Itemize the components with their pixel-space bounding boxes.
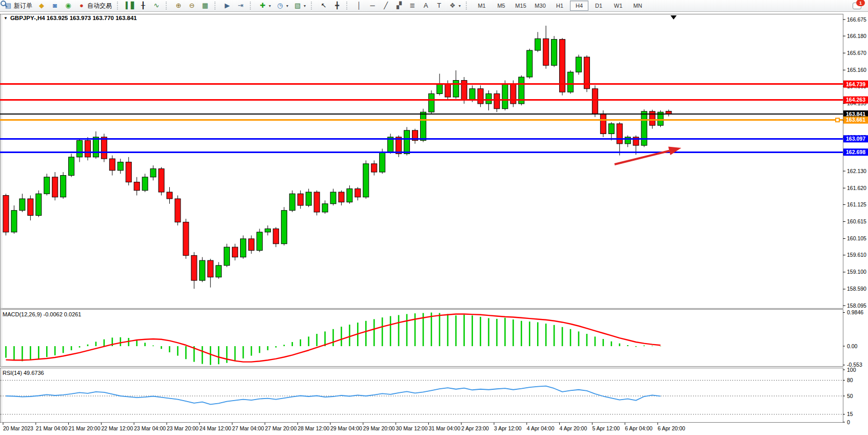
candle (36, 194, 42, 215)
price-chart-svg[interactable]: 166.675166.180165.670165.160164.665164.1… (0, 11, 868, 435)
channel-tool-button[interactable]: ▞ (392, 0, 406, 11)
channel-icon: ▞ (395, 2, 403, 10)
candle (85, 140, 91, 157)
candle (330, 192, 336, 204)
candle (52, 177, 58, 197)
toolbar-group: ✚▾◷▾▧▾ (254, 0, 310, 11)
candle (224, 247, 230, 266)
candle (592, 89, 598, 114)
candle (437, 84, 442, 93)
toolbar-separator (466, 2, 469, 10)
chevron-down-icon[interactable]: ▾ (286, 4, 288, 8)
auto-scroll-button[interactable]: ▶ (221, 0, 234, 11)
horizontal-line-tool-button[interactable]: ─ (366, 0, 379, 11)
alert-icon: ◆ (37, 2, 46, 10)
cursor-icon: ↖ (320, 2, 328, 10)
x-axis-label: 21 Mar 04:00 (36, 425, 68, 431)
timeframe-m30[interactable]: M30 (531, 1, 549, 11)
timeframe-w1[interactable]: W1 (609, 1, 627, 11)
notification-badge: 1 (856, 0, 865, 6)
price-tick-label: 165.160 (847, 67, 866, 73)
rsi-tick-label: 80 (847, 377, 853, 383)
timeframe-m5[interactable]: M5 (492, 1, 510, 11)
x-axis-label: 31 Mar 04:00 (428, 425, 460, 431)
candle (478, 89, 483, 104)
chart-window[interactable]: 166.675166.180165.670165.160164.665164.1… (0, 11, 868, 435)
chevron-down-icon[interactable]: ▾ (304, 4, 306, 8)
clock-icon: ◷ (276, 2, 284, 10)
price-tick-label: 161.620 (847, 185, 866, 191)
bar-chart-icon: ▍▋ (126, 2, 134, 10)
arrows-tool-button[interactable]: ❖▾ (446, 0, 463, 11)
toolbar-group: ▍▋╂∿ (122, 0, 165, 11)
line-chart-mode-button[interactable]: ∿ (150, 0, 163, 11)
signals-button[interactable]: ◉ (62, 0, 75, 11)
zoom-out-button[interactable]: ⊖ (185, 0, 199, 11)
candle (535, 39, 541, 50)
candle (117, 162, 123, 171)
candle (543, 39, 549, 65)
autotrade-button[interactable]: ●自动交易 (75, 0, 114, 11)
candle (150, 169, 156, 177)
label-tool-button[interactable]: T (432, 0, 446, 11)
chart-shift-button[interactable]: ⇥ (234, 0, 247, 11)
macd-tick-label: 0.00 (847, 343, 858, 349)
toolbar-group: ▤新订单◆◙◉●自动交易 (0, 0, 116, 11)
timeframe-h1[interactable]: H1 (550, 1, 569, 11)
candle (241, 239, 246, 257)
toolbar-group: ▶⇥ (219, 0, 249, 11)
candle (347, 189, 352, 202)
periods-button[interactable]: ◷▾ (273, 0, 291, 11)
annotation-arrow-line[interactable] (615, 151, 669, 164)
bar-chart-mode-button[interactable]: ▍▋ (123, 0, 136, 11)
timeframe-mn[interactable]: MN (628, 1, 647, 11)
candle (380, 152, 385, 172)
timeframe-h4[interactable]: H4 (570, 1, 588, 11)
toolbar-separator (250, 2, 253, 10)
x-axis-label: 6 Apr 20:00 (658, 425, 685, 431)
macd-tick-label: 0.9846 (847, 309, 863, 315)
annotation-arrow-head[interactable] (668, 146, 681, 155)
x-axis-label: 2 Apr 23:00 (461, 425, 489, 431)
rsi-tick-label: 50 (847, 393, 853, 399)
price-badge-label: 163.841 (846, 111, 865, 117)
chevron-down-icon[interactable]: ▾ (269, 4, 271, 8)
cursor-tool-button[interactable]: ↖ (317, 0, 330, 11)
vertical-line-tool-button[interactable]: │ (352, 0, 366, 11)
toolbar-separator (117, 2, 121, 10)
text-tool-button[interactable]: A (419, 0, 432, 11)
auto-scroll-icon: ▶ (223, 2, 231, 10)
timeframe-d1[interactable]: D1 (589, 1, 608, 11)
level-end-marker[interactable] (836, 118, 839, 122)
candlestick-mode-button[interactable]: ╂ (136, 0, 150, 11)
zoom-in-button[interactable]: ⊕ (172, 0, 185, 11)
candle (608, 124, 614, 134)
add-indicator-icon: ✚ (259, 2, 267, 10)
price-tick-label: 165.670 (847, 50, 866, 56)
candle (44, 177, 50, 194)
zoom-in-icon: ⊕ (174, 2, 183, 10)
toolbar-group: │─╱▞≣AT❖▾ (351, 0, 465, 11)
candle (77, 140, 83, 157)
trendline-tool-button[interactable]: ╱ (379, 0, 392, 11)
community-button[interactable]: ◙ (48, 0, 62, 11)
notifications-button[interactable]: 1 (853, 1, 863, 10)
vertical-line-icon: │ (355, 2, 363, 10)
x-axis-label: 22 Mar 12:00 (101, 425, 133, 431)
price-alert-button[interactable]: ◆ (35, 0, 48, 11)
timeframe-toolbar: M1M5M15M30H1H4D1W1MN (470, 0, 649, 11)
bar-shift-marker-icon[interactable] (670, 15, 677, 20)
crosshair-tool-button[interactable]: ╋ (330, 0, 344, 11)
indicators-button[interactable]: ✚▾ (256, 0, 273, 11)
timeframe-m15[interactable]: M15 (511, 1, 530, 11)
candle (257, 232, 262, 251)
chevron-down-icon[interactable]: ▾ (459, 4, 461, 8)
timeframe-m1[interactable]: M1 (472, 1, 491, 11)
x-axis-label: 4 Apr 20:00 (560, 425, 587, 431)
fibonacci-tool-button[interactable]: ≣ (406, 0, 419, 11)
candle (289, 194, 295, 210)
templates-button[interactable]: ▧▾ (291, 0, 308, 11)
candle (355, 189, 361, 197)
tile-windows-button[interactable]: ▦ (199, 0, 212, 11)
symbol-dropdown-arrow[interactable]: ▼ (4, 16, 8, 21)
